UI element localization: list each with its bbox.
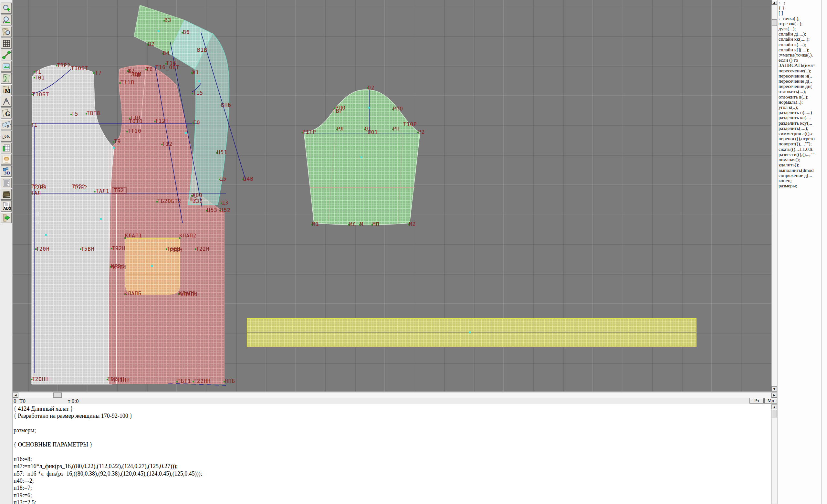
selected-point[interactable] — [185, 132, 187, 134]
zoom-in-icon[interactable] — [1, 3, 12, 14]
exit-arrow-icon[interactable] — [1, 212, 12, 223]
command-item[interactable]: конец; — [778, 178, 822, 183]
selected-point[interactable] — [45, 234, 47, 236]
selected-point[interactable] — [113, 147, 115, 149]
command-item[interactable]: размеры; — [778, 183, 822, 188]
command-item[interactable]: сплайн к[](....); — [778, 47, 822, 52]
code-line: п19:=6; — [13, 492, 771, 499]
books-icon[interactable] — [1, 189, 12, 200]
command-item[interactable]: разделить н(.....) — [778, 110, 822, 115]
svg-text:3D: 3D — [4, 170, 10, 175]
command-item[interactable]: развести((),(),..,"" — [778, 152, 822, 157]
point-label: ТАЛ — [31, 190, 41, 196]
sheet-preview-icon[interactable] — [1, 26, 12, 37]
command-item[interactable]: разделить ксу(... — [778, 120, 822, 126]
selected-point[interactable] — [157, 31, 159, 32]
selected-point[interactable] — [198, 81, 200, 83]
canvas-hscrollbar[interactable] — [12, 392, 771, 398]
canvas-scroll-down-button[interactable]: ▼ — [771, 387, 777, 392]
selected-point[interactable] — [100, 218, 102, 220]
canvas-hscroll-thumb[interactable] — [53, 393, 62, 398]
command-item[interactable]: дуга(...); — [778, 26, 822, 31]
canvas-scroll-up-button[interactable]: ▲ — [771, 0, 777, 5]
point-label: Т1ОБТ — [32, 91, 49, 98]
command-item[interactable]: пересечение дн( — [778, 84, 822, 89]
md-mode-button[interactable]: Мд — [764, 398, 777, 404]
command-item[interactable]: сплайн кк(.....); — [778, 37, 822, 42]
command-item[interactable]: сопряжение д(... — [778, 173, 822, 178]
pattern-canvas[interactable]: В3В6В2В4В1ВЖ2ЛВМПВТ6Т16Т16_ОБТТ7ТВР2Т3ОБ… — [12, 0, 771, 392]
command-item[interactable]: если () то — [778, 57, 822, 63]
segment-icon[interactable] — [1, 49, 12, 60]
command-list-scrollbar[interactable] — [821, 0, 827, 504]
code-editor[interactable]: { 4124 Длинный халат }{ Разработано на р… — [12, 404, 771, 504]
code-scroll-up-button[interactable]: ▲ — [771, 404, 777, 409]
command-item[interactable]: :=метка(точка(.). — [778, 52, 822, 57]
point-label: МП — [373, 221, 379, 228]
command-item[interactable]: отложить в(..); — [778, 94, 822, 100]
point-label: Т7 — [95, 70, 102, 76]
command-item[interactable]: сплайн к(....); — [778, 42, 822, 47]
code-line: п47:=п16*л_фнк(рз_16,((80,0.22),(112,0.2… — [13, 463, 771, 470]
compass-draft-icon[interactable]: A — [1, 96, 12, 107]
command-item[interactable]: выполнить(dmod — [778, 168, 822, 173]
canvas-vscrollbar[interactable] — [771, 0, 777, 392]
ruler-icon[interactable]: 8 — [1, 119, 12, 130]
spreadsheet-icon[interactable] — [1, 142, 12, 153]
point-label: Ц53 — [207, 207, 217, 213]
zoom-out-icon[interactable] — [1, 14, 12, 26]
canvas-vscroll-thumb[interactable] — [772, 19, 777, 26]
selected-point[interactable] — [368, 107, 370, 109]
point-label: Т3ОБТ — [71, 65, 88, 71]
i66-icon[interactable]: i_66. — [1, 131, 12, 142]
canvas-scroll-right-button[interactable]: ▶ — [771, 393, 777, 398]
threed-icon[interactable]: 3D — [1, 165, 12, 177]
command-item[interactable]: :=точка(.); — [778, 16, 822, 21]
pattern-sheet-icon[interactable] — [1, 72, 12, 84]
text-doc-icon[interactable] — [1, 177, 12, 188]
point-label: ТО1О — [129, 118, 143, 124]
m-document-icon[interactable]: M — [1, 84, 12, 95]
code-vscrollbar[interactable] — [771, 404, 777, 504]
command-item[interactable]: пересечение д(.. — [778, 79, 822, 84]
command-item[interactable]: ЗАПИСАТЬ(имя= — [778, 63, 822, 68]
selected-point[interactable] — [469, 332, 471, 334]
command-item[interactable]: [ ] — [778, 10, 822, 15]
alg-doc-icon[interactable]: ALG — [1, 200, 12, 212]
command-item[interactable]: сжать(()...1.1.0.9. — [778, 147, 822, 152]
point-label: Ц5 — [220, 176, 227, 182]
selected-point[interactable] — [151, 265, 153, 267]
portrait-icon[interactable] — [1, 154, 12, 165]
command-item[interactable]: отрезок( . ); — [778, 21, 822, 26]
point-label: ТВТ8 — [87, 110, 100, 116]
point-label: Т1 — [31, 122, 38, 128]
code-vscroll-thumb[interactable] — [772, 410, 777, 417]
picture-icon[interactable] — [1, 61, 12, 72]
command-item[interactable]: := ; — [778, 0, 822, 5]
command-item[interactable]: пересечение(..); — [778, 68, 822, 73]
point-label: В3 — [164, 17, 171, 23]
command-item[interactable]: { } — [778, 5, 822, 10]
command-item[interactable]: сплайн д(....); — [778, 31, 822, 37]
command-item[interactable]: нормаль(..); — [778, 100, 822, 105]
canvas-scroll-left-button[interactable]: ◀ — [13, 393, 18, 398]
command-item[interactable]: перенос((),отрезо — [778, 136, 822, 141]
command-item[interactable]: поворот((),..,""); — [778, 141, 822, 146]
command-item[interactable]: отложить(...); — [778, 89, 822, 94]
command-item[interactable]: разделить кс(.... — [778, 115, 822, 120]
code-line: п16:=8; — [13, 456, 771, 463]
command-item[interactable]: удалить(); — [778, 162, 822, 167]
command-item[interactable]: ломаная(); — [778, 157, 822, 162]
pattern-point[interactable] — [94, 191, 96, 193]
code-line: п57:=п16 *л_фнк(рз_16,((80,0.38),(92,0.3… — [13, 470, 771, 477]
selected-point[interactable] — [360, 156, 362, 158]
point-label: КЛАП2 — [179, 233, 196, 239]
g-pattern-icon[interactable]: G — [1, 107, 12, 118]
command-item[interactable]: разделить(....); — [778, 126, 822, 131]
rz-mode-button[interactable]: Рз — [749, 398, 764, 404]
command-item[interactable]: угол к(..); — [778, 105, 822, 110]
grid-icon[interactable] — [1, 38, 12, 49]
command-item[interactable]: пересечение н(.. — [778, 73, 822, 79]
pattern-point[interactable] — [93, 72, 95, 74]
command-item[interactable]: симметрия л((),с — [778, 131, 822, 136]
